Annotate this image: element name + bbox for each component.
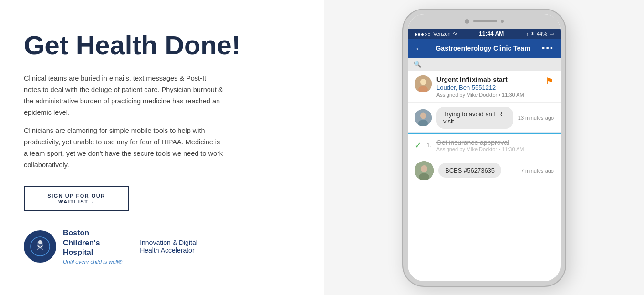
hospital-logo-circle: [24, 230, 56, 263]
hospital-subtitle: Innovation & DigitalHealth Accelerator: [140, 239, 197, 254]
task-title-1: Urgent Infliximab start: [436, 75, 540, 84]
message-bubble-1: Trying to avoid an ER visit: [436, 107, 513, 129]
waitlist-button[interactable]: SIGN UP FOR OUR WAITLIST→: [24, 186, 129, 211]
phone-bezel-top: [408, 14, 561, 29]
flag-icon: ⚑: [545, 75, 554, 87]
task-completed-title: Get insurance appproval: [436, 139, 524, 146]
task-completed-meta: Assigned by Mike Docktor • 11:30 AM: [436, 146, 524, 152]
hospital-tagline: Until every child is well®: [63, 259, 122, 264]
battery-pct: 44%: [537, 31, 547, 37]
phone-content: Urgent Infliximab start Louder, Ben 5551…: [408, 71, 561, 281]
task-completed-body: Get insurance appproval Assigned by Mike…: [436, 139, 524, 152]
svg-point-5: [420, 79, 426, 85]
signal-dots: [415, 31, 431, 37]
wifi-icon: ∿: [453, 31, 457, 37]
status-time: 11:44 AM: [479, 31, 504, 37]
search-icon: 🔍: [414, 61, 421, 68]
task-number-2: 1.: [426, 142, 432, 149]
phone-frame: Verizon ∿ 11:44 AM ↑ ∗ 44% ▭ ← Gastroent…: [403, 10, 565, 286]
phone-camera: [465, 19, 469, 24]
more-button[interactable]: •••: [542, 43, 554, 53]
task-item-1[interactable]: Urgent Infliximab start Louder, Ben 5551…: [408, 71, 561, 103]
svg-point-2: [38, 240, 42, 244]
avatar-task1: [415, 75, 432, 92]
phone-speaker: [473, 20, 497, 22]
avatar-message1: [415, 109, 432, 126]
paragraph-1: Clinical teams are buried in emails, tex…: [24, 73, 224, 119]
task-item-2[interactable]: ✓ 1. Get insurance appproval Assigned by…: [408, 134, 561, 157]
nav-bar: ← Gastroenterology Clinic Team •••: [408, 39, 561, 58]
svg-point-11: [421, 165, 427, 172]
right-panel: Verizon ∿ 11:44 AM ↑ ∗ 44% ▭ ← Gastroent…: [324, 0, 644, 295]
main-heading: Get Health Done!: [24, 31, 301, 60]
avatar-message2: [415, 161, 434, 180]
task-link-1[interactable]: Louder, Ben 5551212: [436, 84, 540, 91]
task-meta-1: Assigned by Mike Docktor • 11:30 AM: [436, 92, 540, 98]
message-item-1: Trying to avoid an ER visit 13 minutes a…: [408, 103, 561, 133]
hospital-name-block: BostonChildren'sHospital Until every chi…: [63, 228, 122, 264]
status-right: ↑ ∗ 44% ▭: [526, 31, 554, 37]
location-icon: ↑: [526, 31, 529, 37]
svg-point-8: [420, 112, 426, 119]
left-panel: Get Health Done! Clinical teams are buri…: [0, 0, 324, 295]
message-item-2: BCBS #56273635 7 minutes ago: [408, 157, 561, 184]
logo-divider: [131, 233, 131, 259]
bcbs-bubble: BCBS #56273635: [438, 163, 501, 178]
message-time-2: 7 minutes ago: [521, 168, 554, 173]
phone-dot: [501, 20, 504, 23]
paragraph-2: Clinicians are clamoring for simple mobi…: [24, 125, 224, 171]
carrier-name: Verizon: [433, 31, 451, 37]
search-bar[interactable]: 🔍: [408, 58, 561, 71]
status-left: Verizon ∿: [415, 31, 457, 37]
hospital-name: BostonChildren'sHospital: [63, 228, 122, 258]
bluetooth-icon: ∗: [530, 31, 535, 37]
hospital-logo: BostonChildren'sHospital Until every chi…: [24, 228, 301, 264]
task-body-1: Urgent Infliximab start Louder, Ben 5551…: [436, 75, 540, 98]
nav-title: Gastroenterology Clinic Team: [436, 44, 530, 52]
status-bar: Verizon ∿ 11:44 AM ↑ ∗ 44% ▭: [408, 29, 561, 39]
message-time-1: 13 minutes ago: [518, 115, 554, 121]
back-button[interactable]: ←: [415, 43, 424, 54]
check-icon: ✓: [415, 140, 422, 151]
battery-icon: ▭: [549, 31, 554, 37]
